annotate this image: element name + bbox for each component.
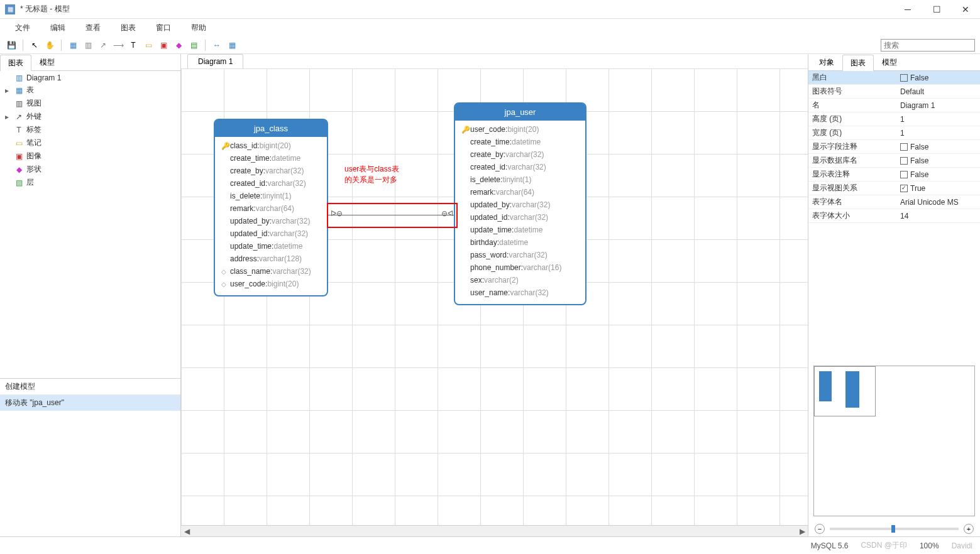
column-row[interactable]: pass_word: varchar(32) xyxy=(461,249,579,261)
tree-node-image[interactable]: ▣图像 xyxy=(0,149,180,163)
menu-edit[interactable]: 编辑 xyxy=(40,20,75,36)
column-row[interactable]: ◇class_name: varchar(32) xyxy=(221,265,321,278)
property-value[interactable]: ✓ True xyxy=(900,184,976,193)
table-icon[interactable]: ▦ xyxy=(67,39,79,52)
column-row[interactable]: birthday: datetime xyxy=(461,236,579,249)
column-row[interactable]: updated_id: varchar(32) xyxy=(221,227,321,240)
color-icon[interactable]: ▦ xyxy=(226,39,238,52)
property-value[interactable]: False xyxy=(900,143,976,151)
tree-node-diagram1[interactable]: ▥Diagram 1 xyxy=(0,72,180,84)
column-row[interactable]: updated_by: varchar(32) xyxy=(461,198,579,211)
property-row[interactable]: 表字体大小14 xyxy=(808,209,980,223)
scroll-right-icon[interactable]: ▶ xyxy=(796,527,808,536)
close-button[interactable]: ✕ xyxy=(951,0,980,19)
checkbox-icon[interactable] xyxy=(900,143,908,151)
checkbox-icon[interactable] xyxy=(900,171,908,178)
property-row[interactable]: 显示视图关系✓ True xyxy=(808,182,980,195)
tree-node-fk[interactable]: ▸↗外键 xyxy=(0,110,180,123)
property-value[interactable]: False xyxy=(900,73,976,82)
property-row[interactable]: 图表符号Default xyxy=(808,85,980,99)
property-value[interactable]: Default xyxy=(900,87,976,96)
relation-icon[interactable]: ⟶ xyxy=(112,39,124,52)
entity-jpa-class[interactable]: jpa_class 🔑class_id: bigint(20)create_ti… xyxy=(214,119,328,296)
property-row[interactable]: 黑白 False xyxy=(808,71,980,85)
column-row[interactable]: is_delete: tinyint(1) xyxy=(461,173,579,186)
column-row[interactable]: created_id: varchar(32) xyxy=(221,177,321,190)
zoom-in-button[interactable]: + xyxy=(964,524,974,534)
save-icon[interactable]: 💾 xyxy=(5,39,18,52)
left-tab-model[interactable]: 模型 xyxy=(31,54,63,70)
property-value[interactable]: 14 xyxy=(900,212,976,220)
column-row[interactable]: update_time: datetime xyxy=(221,240,321,253)
column-row[interactable]: create_time: datetime xyxy=(221,152,321,165)
minimize-button[interactable]: ─ xyxy=(893,0,922,19)
tree-node-view[interactable]: ▥视图 xyxy=(0,97,180,110)
column-row[interactable]: remark: varchar(64) xyxy=(461,186,579,198)
entity-jpa-user[interactable]: jpa_user 🔑user_code: bigint(20)create_ti… xyxy=(454,102,586,305)
right-tab-object[interactable]: 对象 xyxy=(811,54,842,70)
right-tab-model[interactable]: 模型 xyxy=(874,54,905,70)
tree-node-note[interactable]: ▭笔记 xyxy=(0,136,180,149)
column-row[interactable]: updated_by: varchar(32) xyxy=(221,215,321,227)
menu-view[interactable]: 查看 xyxy=(75,20,111,36)
layer-icon[interactable]: ▤ xyxy=(187,39,200,52)
column-row[interactable]: create_by: varchar(32) xyxy=(221,165,321,177)
horizontal-scrollbar[interactable]: ◀ ▶ xyxy=(181,525,808,536)
maximize-button[interactable]: ☐ xyxy=(922,0,951,19)
property-value[interactable]: 1 xyxy=(900,129,976,138)
tree-node-table[interactable]: ▸▦表 xyxy=(0,84,180,97)
menu-help[interactable]: 帮助 xyxy=(181,20,216,36)
property-row[interactable]: 名Diagram 1 xyxy=(808,99,980,112)
column-row[interactable]: user_name: varchar(32) xyxy=(461,286,579,299)
column-row[interactable]: create_by: varchar(32) xyxy=(461,148,579,161)
zoom-track[interactable] xyxy=(830,528,959,530)
property-row[interactable]: 表字体名Arial Unicode MS xyxy=(808,195,980,209)
scroll-left-icon[interactable]: ◀ xyxy=(181,527,192,536)
hand-icon[interactable]: ✋ xyxy=(43,39,56,52)
property-row[interactable]: 显示字段注释 False xyxy=(808,140,980,154)
column-row[interactable]: 🔑class_id: bigint(20) xyxy=(221,139,321,152)
column-row[interactable]: ◇user_code: bigint(20) xyxy=(221,278,321,290)
property-value[interactable]: False xyxy=(900,170,976,179)
property-row[interactable]: 宽度 (页)1 xyxy=(808,126,980,140)
column-row[interactable]: address: varchar(128) xyxy=(221,253,321,265)
property-value[interactable]: False xyxy=(900,156,976,165)
property-value[interactable]: Arial Unicode MS xyxy=(900,198,976,207)
checkbox-icon[interactable] xyxy=(900,157,908,165)
pointer-icon[interactable]: ↖ xyxy=(28,39,41,52)
canvas-tab-diagram1[interactable]: Diagram 1 xyxy=(187,54,243,68)
link-icon[interactable]: ↔ xyxy=(211,39,223,52)
search-input[interactable] xyxy=(881,39,975,52)
view-icon[interactable]: ▥ xyxy=(82,39,94,52)
column-row[interactable]: create_time: datetime xyxy=(461,136,579,148)
shape-icon[interactable]: ◆ xyxy=(172,39,185,52)
menu-window[interactable]: 窗口 xyxy=(146,20,181,36)
column-row[interactable]: created_id: varchar(32) xyxy=(461,161,579,173)
column-row[interactable]: is_delete: tinyint(1) xyxy=(221,190,321,202)
note-icon[interactable]: ▭ xyxy=(142,39,155,52)
tree-node-tag[interactable]: T标签 xyxy=(0,123,180,136)
image-icon[interactable]: ▣ xyxy=(157,39,170,52)
menu-file[interactable]: 文件 xyxy=(5,20,40,36)
left-tab-diagram[interactable]: 图表 xyxy=(0,55,31,71)
column-row[interactable]: sex: varchar(2) xyxy=(461,274,579,286)
menu-diagram[interactable]: 图表 xyxy=(111,20,146,36)
history-item[interactable]: 移动表 "jpa_user" xyxy=(0,395,180,411)
column-row[interactable]: 🔑user_code: bigint(20) xyxy=(461,123,579,136)
column-row[interactable]: update_time: datetime xyxy=(461,224,579,236)
right-tab-diagram[interactable]: 图表 xyxy=(842,55,874,71)
property-value[interactable]: 1 xyxy=(900,115,976,124)
tree-view[interactable]: ▥Diagram 1 ▸▦表 ▥视图 ▸↗外键 T标签 ▭笔记 ▣图像 ◆形状 … xyxy=(0,71,180,378)
fk-icon[interactable]: ↗ xyxy=(97,39,109,52)
property-row[interactable]: 显示表注释 False xyxy=(808,168,980,182)
property-value[interactable]: Diagram 1 xyxy=(900,101,976,110)
checkbox-icon[interactable] xyxy=(900,74,908,82)
checkbox-icon[interactable]: ✓ xyxy=(900,185,908,192)
diagram-canvas[interactable]: jpa_class 🔑class_id: bigint(20)create_ti… xyxy=(181,68,808,525)
column-row[interactable]: remark: varchar(64) xyxy=(221,202,321,215)
column-row[interactable]: phone_number: varchar(16) xyxy=(461,261,579,274)
tree-node-shape[interactable]: ◆形状 xyxy=(0,163,180,176)
zoom-thumb[interactable] xyxy=(891,525,895,533)
overview-map[interactable] xyxy=(813,366,975,516)
tag-icon[interactable]: T xyxy=(127,39,140,52)
